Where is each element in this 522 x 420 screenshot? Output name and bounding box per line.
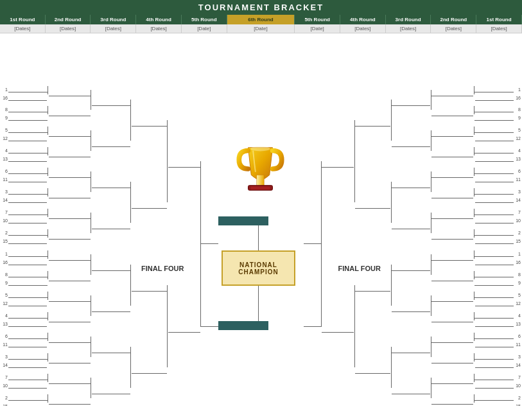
l2-t1[interactable] (49, 90, 91, 96)
r2-t4[interactable] (431, 151, 473, 157)
l2-b5[interactable] (49, 337, 91, 343)
r-b3-s12[interactable]: 12 (474, 300, 521, 306)
r-b8-s15[interactable]: 15 (474, 403, 521, 406)
r-t1-s16[interactable]: 16 (474, 94, 521, 101)
l3-t4[interactable] (92, 223, 130, 229)
r-t5-s6[interactable]: 6 (474, 168, 521, 174)
r-b1-s16[interactable]: 16 (474, 259, 521, 265)
l-t7-s7[interactable]: 7 (1, 209, 48, 215)
l3-t2[interactable] (92, 141, 130, 147)
l-t6-s3[interactable]: 3 (1, 188, 48, 195)
l-b5-s6[interactable]: 6 (1, 333, 48, 339)
r-b7-s10[interactable]: 10 (474, 382, 521, 389)
r-t2-s9[interactable]: 9 (474, 114, 521, 121)
r2-t5[interactable] (431, 171, 473, 178)
l4-b1[interactable] (132, 285, 167, 292)
l-b2-s9[interactable]: 9 (1, 279, 48, 286)
r2-t7[interactable] (431, 213, 473, 219)
r3-t3[interactable] (392, 182, 430, 188)
r3-b3[interactable] (392, 347, 430, 353)
l3-b2[interactable] (92, 306, 130, 312)
l-t8-s2[interactable]: 2 (1, 229, 48, 236)
l-t5-s11[interactable]: 11 (1, 176, 48, 182)
r4-t1[interactable] (355, 120, 390, 127)
r-t6-s14[interactable]: 14 (474, 197, 521, 203)
l3-t3[interactable] (92, 182, 130, 188)
r-b6-s14[interactable]: 14 (474, 362, 521, 368)
l-t1-s16[interactable]: 16 (1, 94, 48, 101)
l5-t1[interactable] (168, 161, 200, 168)
r-b3-s5[interactable]: 5 (474, 292, 521, 298)
l3-b3[interactable] (92, 347, 130, 353)
r-b4-s4[interactable]: 4 (474, 312, 521, 319)
r-t1-s1[interactable]: 1 (474, 86, 521, 92)
l-b6-s3[interactable]: 3 (1, 353, 48, 360)
l2-b4[interactable] (49, 316, 91, 322)
l-t4-s4[interactable]: 4 (1, 147, 48, 153)
r-t3-s5[interactable]: 5 (474, 127, 521, 133)
r-b5-s6[interactable]: 6 (474, 333, 521, 339)
l-b3-s12[interactable]: 12 (1, 300, 48, 306)
l-b8-s2[interactable]: 2 (1, 394, 48, 401)
r2-t8[interactable] (431, 233, 473, 240)
r3-t4[interactable] (392, 223, 430, 229)
r-b1-s1[interactable]: 1 (474, 250, 521, 257)
r-t3-s12[interactable]: 12 (474, 135, 521, 141)
r3-t2[interactable] (392, 141, 430, 147)
r2-b6[interactable] (431, 357, 473, 363)
r-t7-s7[interactable]: 7 (474, 209, 521, 215)
l-t4-s13[interactable]: 13 (1, 155, 48, 162)
l4-t1[interactable] (132, 120, 167, 127)
l-b1-s16[interactable]: 16 (1, 259, 48, 265)
l-t3-s5[interactable]: 5 (1, 127, 48, 133)
l-t7-s10[interactable]: 10 (1, 217, 48, 223)
l-t8-s15[interactable]: 15 (1, 238, 48, 244)
l2-t4[interactable] (49, 151, 91, 157)
r-t5-s11[interactable]: 11 (474, 176, 521, 182)
r2-b5[interactable] (431, 337, 473, 343)
l-b1-s1[interactable]: 1 (1, 250, 48, 257)
l4-b2[interactable] (132, 367, 167, 374)
l-b5-s11[interactable]: 11 (1, 341, 48, 347)
l2-t2[interactable] (49, 110, 91, 116)
l-t5-s6[interactable]: 6 (1, 168, 48, 174)
l2-t6[interactable] (49, 192, 91, 198)
l2-t3[interactable] (49, 130, 91, 137)
l2-b3[interactable] (49, 295, 91, 302)
r2-b1[interactable] (431, 254, 473, 261)
r3-b4[interactable] (392, 388, 430, 394)
l2-b6[interactable] (49, 357, 91, 363)
r-t2-s8[interactable]: 8 (474, 106, 521, 112)
r-b4-s13[interactable]: 13 (474, 320, 521, 327)
r3-b2[interactable] (392, 306, 430, 312)
l3-b4[interactable] (92, 388, 130, 394)
r-t8-s2[interactable]: 2 (474, 229, 521, 236)
r-b5-s11[interactable]: 11 (474, 341, 521, 347)
champion-box[interactable]: NATIONALCHAMPION (222, 250, 295, 286)
l5-b1[interactable] (168, 326, 200, 333)
r2-b8[interactable] (431, 398, 473, 405)
l4-t2[interactable] (132, 202, 167, 209)
l-b7-s7[interactable]: 7 (1, 374, 48, 380)
l2-b7[interactable] (49, 378, 91, 384)
l-b7-s10[interactable]: 10 (1, 382, 48, 389)
l3-t1[interactable] (92, 100, 130, 106)
r-b7-s7[interactable]: 7 (474, 374, 521, 380)
r2-b4[interactable] (431, 316, 473, 322)
r4-t2[interactable] (355, 202, 390, 209)
champion-slot-right-top[interactable] (233, 216, 268, 225)
l-t2-s8[interactable]: 8 (1, 106, 48, 112)
r4-b2[interactable] (355, 367, 390, 374)
l2-t7[interactable] (49, 213, 91, 219)
l2-t8[interactable] (49, 233, 91, 240)
r2-b3[interactable] (431, 295, 473, 302)
l-b4-s13[interactable]: 13 (1, 320, 48, 327)
l3-b1[interactable] (92, 265, 130, 271)
champion-slot-right-bottom[interactable] (233, 321, 268, 330)
r-t8-s15[interactable]: 15 (474, 238, 521, 244)
l-b2-s8[interactable]: 8 (1, 271, 48, 277)
r-b2-s8[interactable]: 8 (474, 271, 521, 277)
r2-t2[interactable] (431, 110, 473, 116)
l-b8-s15[interactable]: 15 (1, 403, 48, 406)
r-t7-s10[interactable]: 10 (474, 217, 521, 223)
